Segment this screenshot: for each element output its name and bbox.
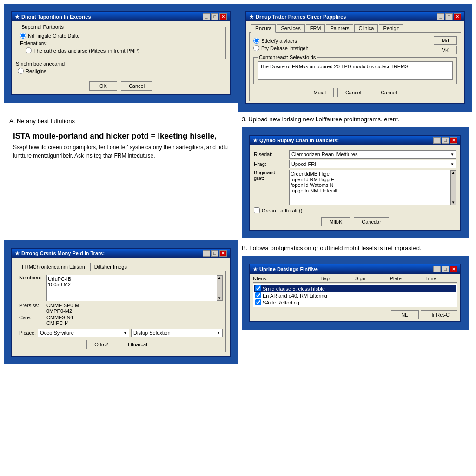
- section-a-label: A. Ne any best fultutions: [9, 115, 232, 127]
- minimize-button-topleft[interactable]: _: [203, 13, 210, 20]
- dialog-icon-topleft: ★: [15, 14, 20, 20]
- close-button-botleft[interactable]: ✕: [219, 250, 227, 257]
- dialog-title-botright: Uprine Datsings Finfilve: [259, 266, 318, 272]
- field2-value-mr: Upood FRI: [291, 161, 316, 167]
- minimize-button-topright[interactable]: _: [437, 13, 444, 20]
- cancdar-button[interactable]: Cancdar: [354, 217, 389, 226]
- tab-palnrers[interactable]: Palnrers: [326, 24, 353, 32]
- dialog-title-midright: Qynho Ruplay Chan In Dariclets:: [259, 138, 339, 143]
- dialog-titlebar-botleft: ★ Drrong Crsnts Mony Peld In Trars: _ □ …: [12, 249, 230, 258]
- dialog-titlebar-topleft: ★ Dnout Taporition In Excories _ □ ✕: [12, 12, 230, 21]
- maximize-button-botleft[interactable]: □: [211, 250, 218, 257]
- dialog-titlebar-botright: ★ Uprine Datsings Finfilve _ □ ✕: [250, 264, 460, 274]
- dropdown2-bl[interactable]: Distup Selextion ▼: [131, 329, 223, 337]
- dropdown1-label-bl: Picace:: [19, 330, 36, 336]
- section-3-label: 3. Upload new lorising new i.olffauree p…: [242, 113, 469, 126]
- checkbox-item-1[interactable]: [255, 285, 261, 291]
- checkbox-item-2[interactable]: [255, 292, 261, 298]
- section-b-label: B. Folowa profgimatics on gr outtineld m…: [242, 242, 469, 254]
- muial-button[interactable]: Muial: [306, 88, 334, 97]
- maximize-button-topleft[interactable]: □: [211, 13, 218, 20]
- dialog-icon-midright: ★: [253, 138, 258, 144]
- body-text: Ssep! how ito creen cor gamplors, fent o…: [13, 143, 229, 160]
- tab-peniglt[interactable]: Peniglt: [379, 24, 403, 32]
- radio-1-topright[interactable]: [253, 38, 259, 44]
- col4-header: Plate: [390, 276, 423, 281]
- maximize-button-topright[interactable]: □: [445, 13, 453, 20]
- list-item: CMMFS N4: [46, 315, 223, 320]
- offrc2-button[interactable]: Offrc2: [86, 340, 116, 349]
- dialog-icon-botright: ★: [253, 266, 258, 272]
- textarea-topright[interactable]: The Dosire of FRMvs an ubured 20 TPD mod…: [258, 61, 453, 80]
- radio-2-topleft[interactable]: [26, 47, 32, 53]
- cancel2-button[interactable]: Cancel: [373, 88, 404, 97]
- mrl-button[interactable]: Mrl: [434, 36, 457, 45]
- field2-dropdown-mr[interactable]: Upood FRI ▼: [289, 160, 456, 168]
- tab-dil-bl[interactable]: Diltsher Imegs: [90, 263, 131, 271]
- cancel1-button[interactable]: Cancel: [337, 88, 369, 97]
- cancel-button-topleft[interactable]: Cancel: [121, 81, 152, 91]
- ok-button-topleft[interactable]: OK: [89, 81, 117, 91]
- list-item: CMME SP0-M: [46, 303, 223, 308]
- check-item-1[interactable]: Srnig elause 5, cless hfsble: [254, 285, 456, 292]
- field1-label-bl: Nemtben:: [19, 275, 45, 301]
- field1-value-mr: Clemporizen Rean IMettlures: [291, 152, 357, 157]
- group-title-1: Supemal Partborts: [20, 24, 65, 30]
- field2-label-bl: Prersiss:: [19, 303, 45, 314]
- field1-listbox-bl[interactable]: UrIuPC-IB 10050 M2: [47, 275, 217, 301]
- col2-header: Bap: [320, 276, 353, 281]
- field3-label-mr: Buginand grat:: [254, 170, 286, 181]
- field3-listbox-mr[interactable]: CreentldMB Hige fupenild RM Bigg E fopen…: [290, 170, 450, 205]
- dropdown-arrow-4: ▼: [217, 331, 220, 335]
- dropdown1-bl[interactable]: Oceo Syrviture ▼: [38, 329, 129, 337]
- scrollbar-bl1[interactable]: ▲▼: [217, 275, 222, 301]
- minimize-button-botright[interactable]: _: [433, 266, 441, 272]
- vk-button[interactable]: VK: [434, 46, 457, 54]
- minimize-button-midright[interactable]: _: [433, 137, 441, 144]
- radio-3-topleft[interactable]: [18, 68, 24, 74]
- tab-frm[interactable]: FRM: [306, 24, 325, 32]
- maximize-button-botright[interactable]: □: [442, 266, 449, 272]
- check-item-2[interactable]: En AR and e40. RM Liltering: [254, 292, 456, 299]
- checkbox-label-mr: Orean Farlturalt (): [262, 208, 302, 213]
- sub-label-2: Smefm boe anecarnd: [16, 61, 226, 66]
- ltluarcal-button[interactable]: Ltluarcal: [120, 340, 155, 349]
- col5-header: Trme: [424, 276, 457, 281]
- tab-clinica[interactable]: Clinica: [354, 24, 378, 32]
- milbk-button[interactable]: MIlbK: [321, 217, 350, 226]
- close-button-topright[interactable]: ✕: [454, 13, 461, 20]
- list-item: UrIuPC-IB: [48, 276, 216, 282]
- checkbox-item-3[interactable]: [255, 299, 261, 305]
- tab-bar-botleft: FRMChrontericamm Etiitam Diltsher Imegs: [16, 262, 226, 271]
- dialog-icon-botleft: ★: [15, 251, 20, 257]
- radio-label-1: NrFlingale Clrate Dalte: [28, 33, 79, 39]
- col3-header: Sign: [355, 276, 388, 281]
- scrollbar-mr[interactable]: ▲ ▼: [450, 170, 456, 205]
- radio-2-topright[interactable]: [253, 45, 259, 51]
- checkbox-mr[interactable]: [254, 207, 260, 213]
- checklist-botright: Srnig elause 5, cless hfsble En AR and e…: [253, 284, 457, 307]
- dialog-title-topleft: Dnout Taporition In Excories: [21, 14, 91, 20]
- tab-frm-bl[interactable]: FRMChrontericamm Etiitam: [18, 263, 89, 271]
- list-item: tupge:ln NM Fleteuill: [291, 188, 450, 193]
- sub-label-1: Eolenatlors:: [20, 40, 222, 46]
- list-item: fopenild Watoms N: [291, 182, 450, 188]
- tab-services[interactable]: Services: [277, 24, 304, 32]
- minimize-button-botleft[interactable]: _: [203, 250, 210, 257]
- tab-rncura[interactable]: Rncura: [251, 24, 276, 33]
- radio-1-topleft[interactable]: [20, 33, 26, 39]
- close-button-midright[interactable]: ✕: [450, 137, 457, 144]
- field1-dropdown-mr[interactable]: Clemporizen Rean IMettlures ▼: [289, 150, 456, 159]
- field1-label-mr: Risedat:: [254, 152, 286, 157]
- list-item: CMIPC-I4: [46, 320, 223, 326]
- dropdown2-value-bl: Distup Selextion: [133, 330, 171, 336]
- ne-button[interactable]: NE: [391, 310, 419, 319]
- maximize-button-midright[interactable]: □: [442, 137, 449, 144]
- dropdown-arrow-1: ▼: [450, 152, 454, 157]
- trf-button[interactable]: TIr Ret-C: [421, 310, 457, 319]
- radio-label-3: Resiigins: [26, 68, 46, 74]
- close-button-topleft[interactable]: ✕: [219, 13, 227, 20]
- check-item-3[interactable]: SAille Reftorting: [254, 299, 456, 306]
- col1-header: Ntens:: [253, 276, 318, 281]
- close-button-botright[interactable]: ✕: [450, 266, 457, 272]
